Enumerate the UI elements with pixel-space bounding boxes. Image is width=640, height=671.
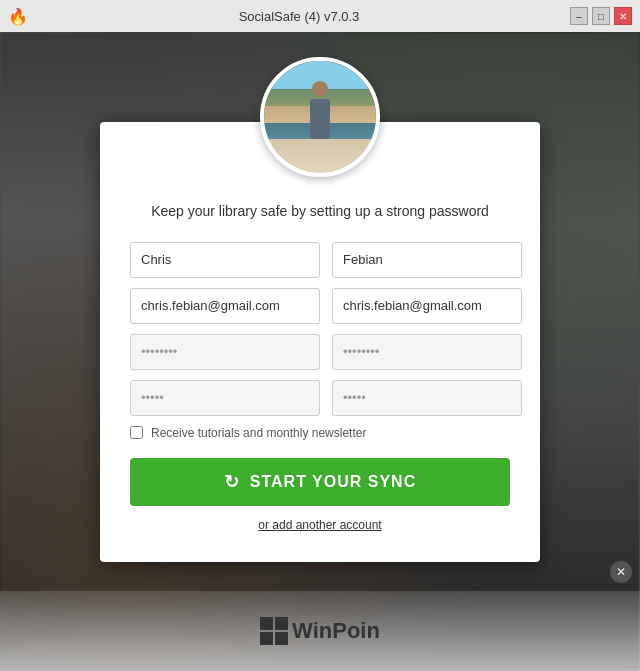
minimize-button[interactable]: –: [570, 7, 588, 25]
restore-button[interactable]: □: [592, 7, 610, 25]
sq4: [275, 632, 288, 645]
extra-input-left[interactable]: [130, 380, 320, 416]
add-account-link[interactable]: or add another account: [130, 518, 510, 532]
main-card: Keep your library safe by setting up a s…: [100, 122, 540, 562]
winpoin-logo: WinPoin: [260, 617, 380, 645]
email-confirm-input[interactable]: [332, 288, 522, 324]
email-row: [130, 288, 510, 324]
sync-button-label: START YOUR SYNC: [250, 473, 416, 491]
main-window: 🔥 SocialSafe (4) v7.0.3 – □ ✕ Keep your …: [0, 0, 640, 671]
name-row: [130, 242, 510, 278]
title-bar: 🔥 SocialSafe (4) v7.0.3 – □ ✕: [0, 0, 640, 32]
start-sync-button[interactable]: ↻ START YOUR SYNC: [130, 458, 510, 506]
card-body: Keep your library safe by setting up a s…: [130, 202, 510, 532]
background-area: Keep your library safe by setting up a s…: [0, 32, 640, 671]
winpoin-squares-icon: [260, 617, 288, 645]
extra-input-right[interactable]: [332, 380, 522, 416]
window-controls: – □ ✕: [570, 7, 632, 25]
sq3: [260, 632, 273, 645]
password-confirm-input[interactable]: [332, 334, 522, 370]
password-row: [130, 334, 510, 370]
extra-row: [130, 380, 510, 416]
first-name-input[interactable]: [130, 242, 320, 278]
avatar-image: [264, 61, 376, 173]
newsletter-checkbox[interactable]: [130, 426, 143, 439]
email-input[interactable]: [130, 288, 320, 324]
flame-icon: 🔥: [8, 7, 28, 26]
last-name-input[interactable]: [332, 242, 522, 278]
overlay-close-button[interactable]: ✕: [610, 561, 632, 583]
sq1: [260, 617, 273, 630]
sync-icon: ↻: [224, 471, 240, 493]
window-title: SocialSafe (4) v7.0.3: [28, 9, 570, 24]
password-input[interactable]: [130, 334, 320, 370]
newsletter-label: Receive tutorials and monthly newsletter: [151, 426, 366, 440]
avatar: [260, 57, 380, 177]
winpoin-bar: WinPoin: [0, 591, 640, 671]
app-logo: 🔥: [8, 6, 28, 26]
close-button[interactable]: ✕: [614, 7, 632, 25]
sq2: [275, 617, 288, 630]
card-subtitle: Keep your library safe by setting up a s…: [130, 202, 510, 222]
winpoin-text: WinPoin: [292, 618, 380, 644]
newsletter-row: Receive tutorials and monthly newsletter: [130, 426, 510, 440]
